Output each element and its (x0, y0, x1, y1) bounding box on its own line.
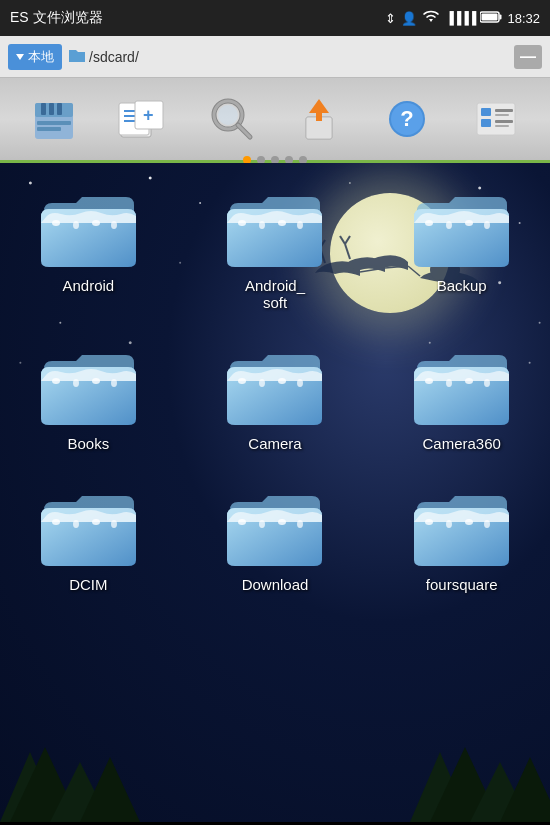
trees-silhouette (0, 742, 550, 822)
upload-icon (294, 94, 344, 144)
svg-point-103 (73, 520, 79, 528)
svg-marker-24 (309, 99, 329, 113)
toolbar-sd-button[interactable] (18, 87, 90, 152)
folder-camera360[interactable]: Camera360 (373, 331, 550, 457)
folder-backup[interactable]: Backup (373, 173, 550, 316)
svg-point-80 (92, 220, 100, 226)
svg-point-86 (425, 220, 433, 226)
help-icon: ? (382, 94, 432, 144)
folder-icon-android (33, 178, 143, 273)
svg-rect-2 (482, 13, 498, 20)
sd-icon (29, 94, 79, 144)
svg-rect-6 (49, 103, 54, 115)
svg-point-102 (52, 519, 60, 525)
folder-android[interactable]: Android (0, 173, 177, 316)
folder-foursquare[interactable]: foursquare (373, 472, 550, 598)
svg-point-91 (73, 379, 79, 387)
folder-download[interactable]: Download (187, 472, 364, 598)
svg-point-88 (465, 220, 473, 226)
path-label: /sdcard/ (68, 47, 139, 66)
svg-point-101 (484, 379, 490, 387)
folder-android-soft[interactable]: Android_soft (187, 173, 364, 316)
copy-icon: + (117, 94, 167, 144)
main-content: Android (0, 163, 550, 822)
svg-text:+: + (143, 105, 154, 125)
status-bar: ES 文件浏览器 ⇕ 👤 ▐▐▐▐ 18:32 (0, 0, 550, 36)
usb-icon: ⇕ (385, 11, 396, 26)
folder-android-label: Android (62, 277, 114, 294)
battery-icon (480, 11, 502, 26)
folder-dcim[interactable]: DCIM (0, 472, 177, 598)
toolbar-upload-button[interactable] (283, 87, 355, 152)
svg-point-99 (446, 379, 452, 387)
folder-icon (68, 47, 86, 66)
folder-icon-camera (220, 336, 330, 431)
folder-android-soft-label: Android_soft (245, 277, 305, 311)
minus-button[interactable]: — (514, 45, 542, 69)
time: 18:32 (507, 11, 540, 26)
toolbar-list-button[interactable] (460, 87, 532, 152)
status-icons: ⇕ 👤 ▐▐▐▐ 18:32 (385, 10, 540, 27)
svg-text:?: ? (401, 106, 414, 131)
location-button[interactable]: 本地 (8, 44, 62, 70)
svg-point-82 (238, 220, 246, 226)
svg-rect-30 (481, 108, 491, 116)
arrow-down-icon (16, 54, 24, 60)
svg-rect-5 (41, 103, 46, 115)
svg-rect-7 (57, 103, 62, 115)
folder-books[interactable]: Books (0, 331, 177, 457)
folder-camera[interactable]: Camera (187, 331, 364, 457)
wifi-icon (422, 10, 440, 27)
svg-point-96 (278, 378, 286, 384)
signal-icon: ▐▐▐▐ (445, 11, 475, 25)
svg-rect-9 (37, 127, 61, 131)
app-title: ES 文件浏览器 (10, 9, 103, 27)
svg-point-19 (218, 105, 238, 125)
svg-point-93 (111, 379, 117, 387)
folder-books-label: Books (67, 435, 109, 452)
svg-point-85 (297, 221, 303, 229)
folder-dcim-label: DCIM (69, 576, 107, 593)
toolbar: + (0, 78, 550, 163)
location-label: 本地 (28, 48, 54, 66)
svg-point-104 (92, 519, 100, 525)
toolbar-search-button[interactable] (195, 87, 267, 152)
folder-foursquare-label: foursquare (426, 576, 498, 593)
svg-point-83 (259, 221, 265, 229)
folder-grid: Android (0, 163, 550, 608)
svg-point-87 (446, 221, 452, 229)
svg-point-98 (425, 378, 433, 384)
folder-icon-android-soft (220, 178, 330, 273)
svg-point-97 (297, 379, 303, 387)
person-icon: 👤 (401, 11, 417, 26)
svg-point-92 (92, 378, 100, 384)
svg-point-111 (446, 520, 452, 528)
folder-icon-camera360 (407, 336, 517, 431)
folder-icon-dcim (33, 477, 143, 572)
svg-rect-32 (495, 114, 509, 116)
list-icon (471, 94, 521, 144)
svg-point-112 (465, 519, 473, 525)
svg-point-84 (278, 220, 286, 226)
toolbar-copy-button[interactable]: + (106, 87, 178, 152)
svg-point-110 (425, 519, 433, 525)
svg-line-21 (238, 125, 250, 137)
svg-rect-35 (495, 125, 509, 127)
svg-rect-1 (500, 14, 502, 19)
toolbar-help-button[interactable]: ? (371, 87, 443, 152)
svg-point-113 (484, 520, 490, 528)
folder-icon-foursquare (407, 477, 517, 572)
search-icon (206, 94, 256, 144)
svg-point-100 (465, 378, 473, 384)
path-text: /sdcard/ (89, 49, 139, 65)
svg-point-89 (484, 221, 490, 229)
nav-bar: 本地 /sdcard/ — (0, 36, 550, 78)
svg-point-105 (111, 520, 117, 528)
svg-point-79 (73, 221, 79, 229)
svg-point-94 (238, 378, 246, 384)
svg-point-90 (52, 378, 60, 384)
svg-point-109 (297, 520, 303, 528)
svg-rect-33 (481, 119, 491, 127)
folder-camera360-label: Camera360 (422, 435, 500, 452)
folder-icon-books (33, 336, 143, 431)
